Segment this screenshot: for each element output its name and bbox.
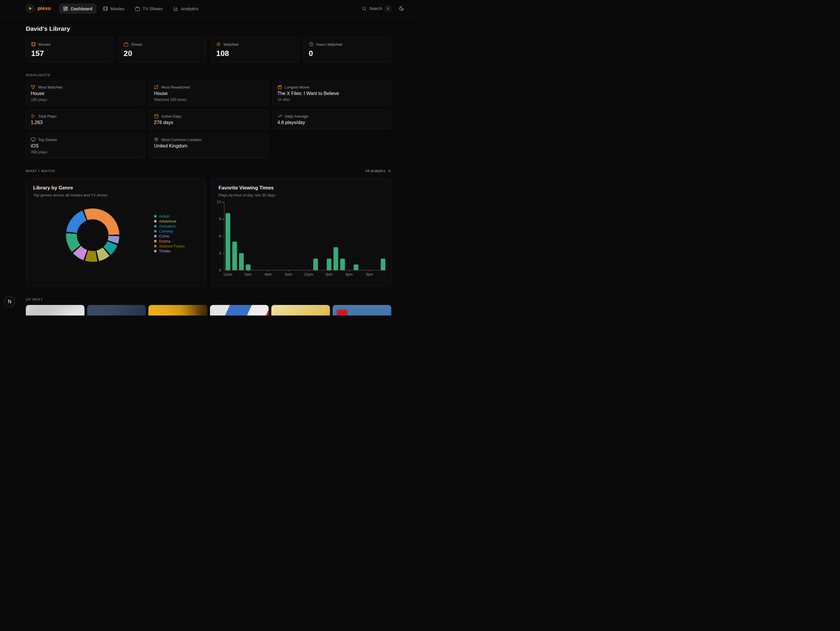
x-axis-tick <box>248 270 249 272</box>
arrow-right-icon <box>387 169 391 173</box>
nav-tab-analytics[interactable]: Analytics <box>169 3 203 14</box>
x-axis-tick-label: 9pm <box>363 272 376 276</box>
app-logo[interactable]: plexo <box>26 4 51 13</box>
bar-hour-16 <box>333 247 338 270</box>
stat-card-hours-watched: Hours Watched 0 <box>303 37 392 62</box>
bar-hour-2 <box>239 253 244 270</box>
legend-label: Comedy <box>159 229 173 234</box>
highlight-value: House <box>31 91 140 96</box>
calendar-icon <box>154 114 159 118</box>
highlight-value: iOS <box>31 144 140 149</box>
nav-right: Search K <box>362 6 404 12</box>
poster-ted[interactable]: ted <box>26 305 84 316</box>
genre-donut-chart <box>66 208 119 262</box>
legend-dot <box>154 215 156 218</box>
top-nav: plexo Dashboard Movies TV Shows Analytic… <box>0 0 420 17</box>
bar-hour-0 <box>226 213 230 270</box>
poster-6[interactable] <box>333 305 391 316</box>
poster-3[interactable] <box>148 305 207 316</box>
up-next-section-label: UP NEXT <box>26 298 391 301</box>
search-button[interactable]: Search K <box>362 6 391 12</box>
legend-label: Science Fiction <box>159 244 185 249</box>
search-icon <box>362 6 366 11</box>
y-axis-tick <box>222 253 224 254</box>
y-axis-tick <box>222 236 224 237</box>
nav-tab-label: Movies <box>111 6 125 11</box>
legend-label: Action <box>159 214 169 219</box>
stat-value: 0 <box>309 49 386 58</box>
highlight-label: Top Device <box>38 137 57 142</box>
genre-chart-title: Library by Genre <box>33 185 199 191</box>
bar-hour-23 <box>381 259 385 270</box>
legend-dot <box>154 225 156 227</box>
poster-2[interactable] <box>87 305 146 316</box>
legend-label: Crime <box>159 234 169 239</box>
x-axis-tick <box>228 270 229 272</box>
highlight-value: House <box>154 91 263 96</box>
highlight-card-longest-movie: Longest Movie The X Files: I Want to Bel… <box>273 81 391 106</box>
theme-toggle[interactable] <box>399 6 404 11</box>
stat-label: Watched <box>224 42 238 47</box>
legend-item: Comedy <box>154 229 185 234</box>
y-axis-tick-label: 3 <box>212 251 221 256</box>
highlight-label: Daily Average <box>285 114 308 118</box>
highlight-label: Active Days <box>161 114 182 118</box>
highlight-card-top-device: Top Device iOS 498 plays <box>26 133 145 158</box>
eye-icon <box>216 42 221 47</box>
page-title: David's Library <box>26 25 391 32</box>
film-icon <box>31 42 36 47</box>
x-axis-tick-label: 9am <box>282 272 295 276</box>
viewing-times-title: Favorite Viewing Times <box>218 185 384 191</box>
repeat-icon <box>154 85 159 90</box>
legend-dot <box>154 230 156 232</box>
bar-hour-19 <box>354 265 358 270</box>
highlights-grid: Most Watched House 185 plays Most Rewatc… <box>26 81 391 158</box>
highlight-value: United Kingdom <box>154 144 263 149</box>
x-axis-tick-label: 6am <box>262 272 275 276</box>
all-analytics-link[interactable]: All analytics <box>365 169 391 173</box>
genre-chart-subtitle: Top genres across all movies and TV show… <box>33 193 199 197</box>
dev-badge-button[interactable]: N <box>4 296 15 307</box>
highlight-card-most-watched: Most Watched House 185 plays <box>26 81 145 106</box>
genre-legend: ActionAdventureAnimationComedyCrimeDrama… <box>154 214 185 254</box>
legend-dot <box>154 245 156 248</box>
highlight-sub: 1h 48m <box>278 97 386 102</box>
y-axis-tick-label: 0 <box>212 268 221 272</box>
map-pin-icon <box>154 137 159 142</box>
clock-icon <box>309 42 314 47</box>
legend-item: Drama <box>154 239 185 244</box>
poster-ted-title: ted <box>29 314 47 316</box>
stat-value: 20 <box>124 49 201 58</box>
x-axis-tick <box>268 270 269 272</box>
poster-5[interactable] <box>271 305 330 316</box>
nav-tab-dashboard[interactable]: Dashboard <box>59 3 96 14</box>
trophy-icon <box>31 85 35 90</box>
highlight-card-active-days: Active Days 276 days <box>149 110 268 129</box>
genre-chart-card: Library by Genre Top genres across all m… <box>26 178 206 286</box>
x-axis-tick-label: 12am <box>221 272 234 276</box>
viewing-times-chart-card: Favorite Viewing Times Plays by hour of … <box>211 178 391 286</box>
nav-tab-movies[interactable]: Movies <box>99 3 129 14</box>
bar-hour-17 <box>340 259 345 270</box>
nav-tab-label: Dashboard <box>71 6 92 11</box>
nav-tab-tv-shows[interactable]: TV Shows <box>131 3 167 14</box>
bar-hour-15 <box>327 259 332 270</box>
legend-label: Thriller <box>159 249 171 254</box>
stat-card-shows: Shows 20 <box>118 37 207 62</box>
highlight-label: Longest Movie <box>285 85 310 90</box>
search-shortcut-badge: K <box>385 6 391 12</box>
stat-label: Shows <box>131 42 142 47</box>
x-axis-tick <box>289 270 289 272</box>
x-axis-tick-label: 6pm <box>343 272 356 276</box>
x-axis-tick-label: 3pm <box>323 272 336 276</box>
up-next-row: ted <box>26 305 391 316</box>
bar-hour-13 <box>313 259 318 270</box>
highlight-card-most-common-location: Most Common Location United Kingdom <box>149 133 268 158</box>
stat-card-watched: Watched 108 <box>211 37 299 62</box>
chart-column-icon <box>173 6 178 11</box>
monitor-icon <box>31 137 35 142</box>
search-label: Search <box>369 6 382 11</box>
bar-hour-1 <box>232 241 237 270</box>
tv-icon <box>124 42 128 47</box>
poster-4[interactable] <box>210 305 268 316</box>
